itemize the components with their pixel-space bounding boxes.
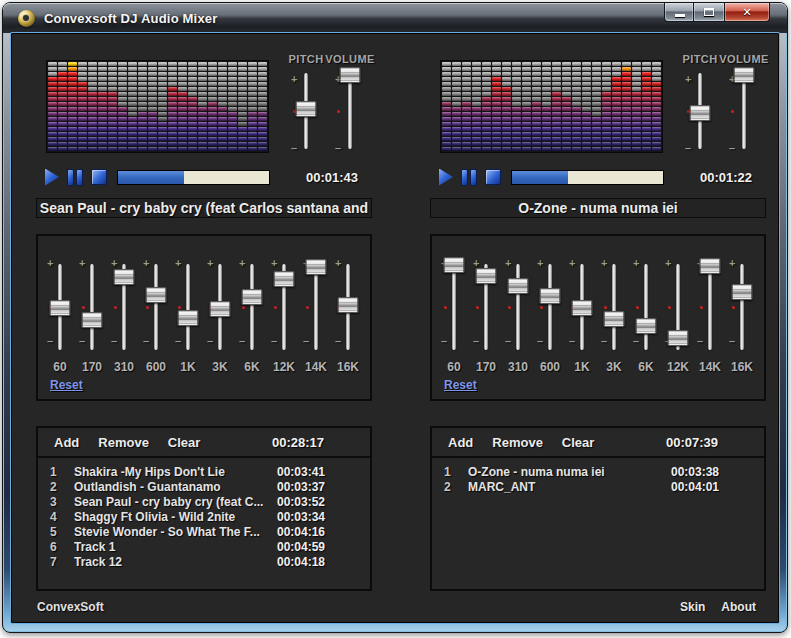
spectrum-column bbox=[562, 62, 571, 151]
clear-button[interactable]: Clear bbox=[562, 435, 595, 450]
eq-thumb[interactable] bbox=[306, 259, 327, 275]
pause-button[interactable] bbox=[59, 170, 82, 185]
plus-mark: + bbox=[79, 258, 85, 268]
deck-left: PITCH + – VOLUME + – bbox=[36, 34, 372, 591]
eq-thumb[interactable] bbox=[572, 300, 593, 316]
pitch-thumb[interactable] bbox=[296, 101, 317, 117]
reset-link[interactable]: Reset bbox=[50, 378, 83, 392]
center-dot bbox=[731, 110, 734, 113]
eq-thumb[interactable] bbox=[700, 258, 721, 274]
track-number: 1 bbox=[50, 465, 74, 479]
eq-band-label: 60 bbox=[44, 360, 76, 374]
plus-mark: + bbox=[111, 258, 117, 268]
spectrum-column bbox=[138, 62, 147, 151]
eq-slider-3k[interactable]: +– bbox=[204, 236, 236, 354]
eq-slider-14k[interactable]: +– bbox=[300, 236, 332, 354]
eq-slider-170[interactable]: +– bbox=[76, 236, 108, 354]
eq-slider-170[interactable]: +– bbox=[470, 236, 502, 354]
titlebar[interactable]: Convexsoft DJ Audio Mixer ✕ bbox=[3, 3, 787, 33]
add-button[interactable]: Add bbox=[54, 435, 79, 450]
pause-button[interactable] bbox=[453, 170, 476, 185]
eq-slider-3k[interactable]: +– bbox=[598, 236, 630, 354]
playlist-row[interactable]: 1Shakira -My Hips Don't Lie00:03:41 bbox=[38, 464, 370, 479]
eq-thumb[interactable] bbox=[476, 268, 497, 284]
play-button[interactable] bbox=[45, 169, 59, 186]
eq-thumb[interactable] bbox=[82, 312, 103, 328]
eq-thumb[interactable] bbox=[50, 300, 71, 316]
remove-button[interactable]: Remove bbox=[98, 435, 149, 450]
eq-thumb[interactable] bbox=[274, 271, 295, 287]
eq-slider-16k[interactable]: +– bbox=[726, 236, 758, 354]
eq-slider-310[interactable]: +– bbox=[108, 236, 140, 354]
eq-thumb[interactable] bbox=[114, 269, 135, 285]
minus-mark: – bbox=[291, 143, 297, 153]
volume-thumb[interactable] bbox=[340, 67, 361, 83]
eq-thumb[interactable] bbox=[604, 311, 625, 327]
skin-button[interactable]: Skin bbox=[680, 600, 705, 614]
maximize-button[interactable] bbox=[694, 3, 724, 22]
eq-thumb[interactable] bbox=[668, 330, 689, 346]
eq-slider-60[interactable]: +– bbox=[44, 236, 76, 354]
volume-slider[interactable]: + – bbox=[328, 71, 372, 155]
track-name: Shaggy Ft Olivia - Wild 2nite bbox=[74, 510, 263, 524]
eq-thumb[interactable] bbox=[508, 278, 529, 294]
playlist-row[interactable]: 7Track 1200:04:18 bbox=[38, 554, 370, 569]
minimize-button[interactable] bbox=[664, 3, 694, 22]
progress-bar[interactable] bbox=[117, 170, 270, 185]
eq-thumb[interactable] bbox=[444, 257, 465, 273]
spectrum-column bbox=[542, 62, 551, 151]
progress-bar[interactable] bbox=[511, 170, 664, 185]
eq-thumb[interactable] bbox=[338, 297, 359, 313]
add-button[interactable]: Add bbox=[448, 435, 473, 450]
playlist-row[interactable]: 2MARC_ANT00:04:01 bbox=[432, 479, 764, 494]
eq-thumb[interactable] bbox=[178, 310, 199, 326]
playlist-row[interactable]: 6Track 100:04:59 bbox=[38, 539, 370, 554]
about-button[interactable]: About bbox=[721, 600, 756, 614]
eq-slider-1k[interactable]: +– bbox=[566, 236, 598, 354]
eq-thumb[interactable] bbox=[242, 289, 263, 305]
eq-thumb[interactable] bbox=[540, 288, 561, 304]
reset-link[interactable]: Reset bbox=[444, 378, 477, 392]
eq-slider-14k[interactable]: +– bbox=[694, 236, 726, 354]
pitch-thumb[interactable] bbox=[690, 105, 711, 121]
spectrum-column bbox=[612, 62, 621, 151]
minus-mark: – bbox=[303, 336, 309, 346]
eq-slider-12k[interactable]: +– bbox=[662, 236, 694, 354]
stop-button[interactable] bbox=[82, 170, 106, 184]
clear-button[interactable]: Clear bbox=[168, 435, 201, 450]
volume-slider[interactable]: + – bbox=[722, 71, 766, 155]
pitch-slider[interactable]: + – bbox=[284, 71, 328, 155]
playlist-row[interactable]: 3Sean Paul - cry baby cry (feat C...00:0… bbox=[38, 494, 370, 509]
minus-mark: – bbox=[239, 336, 245, 346]
spectrum-column bbox=[592, 62, 601, 151]
playlist-row[interactable]: 4Shaggy Ft Olivia - Wild 2nite00:03:34 bbox=[38, 509, 370, 524]
eq-thumb[interactable] bbox=[636, 318, 657, 334]
eq-band-label: 170 bbox=[470, 360, 502, 374]
playlist-row[interactable]: 2Outlandish - Guantanamo00:03:37 bbox=[38, 479, 370, 494]
eq-slider-6k[interactable]: +– bbox=[630, 236, 662, 354]
progress-fill bbox=[118, 171, 184, 184]
pitch-slider[interactable]: + – bbox=[678, 71, 722, 155]
eq-slider-12k[interactable]: +– bbox=[268, 236, 300, 354]
volume-control: VOLUME + – bbox=[722, 53, 766, 155]
playlist-row[interactable]: 5Stevie Wonder - So What The F...00:04:1… bbox=[38, 524, 370, 539]
eq-band-label: 170 bbox=[76, 360, 108, 374]
eq-slider-600[interactable]: +– bbox=[534, 236, 566, 354]
eq-slider-310[interactable]: +– bbox=[502, 236, 534, 354]
eq-slider-600[interactable]: +– bbox=[140, 236, 172, 354]
remove-button[interactable]: Remove bbox=[492, 435, 543, 450]
eq-thumb[interactable] bbox=[732, 284, 753, 300]
eq-slider-60[interactable]: +– bbox=[438, 236, 470, 354]
play-button[interactable] bbox=[439, 169, 453, 186]
volume-thumb[interactable] bbox=[734, 67, 755, 83]
playlist-row[interactable]: 1O-Zone - numa numa iei00:03:38 bbox=[432, 464, 764, 479]
eq-thumb[interactable] bbox=[146, 287, 167, 303]
eq-slider-16k[interactable]: +– bbox=[332, 236, 364, 354]
stop-button[interactable] bbox=[476, 170, 500, 184]
close-button[interactable]: ✕ bbox=[724, 3, 770, 22]
eq-thumb[interactable] bbox=[210, 301, 231, 317]
main-content: PITCH + – VOLUME + – bbox=[11, 33, 779, 623]
eq-slider-6k[interactable]: +– bbox=[236, 236, 268, 354]
eq-slider-1k[interactable]: +– bbox=[172, 236, 204, 354]
playlist: 1O-Zone - numa numa iei00:03:382MARC_ANT… bbox=[432, 458, 764, 494]
